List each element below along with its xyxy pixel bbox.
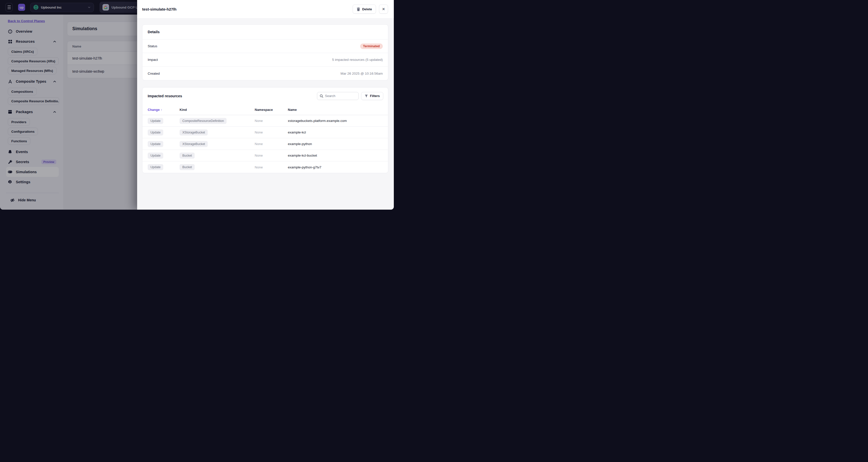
change-chip: Update [148,141,163,147]
search-input[interactable] [325,94,356,98]
column-header-name[interactable]: Name [288,108,383,112]
change-chip: Update [148,129,163,136]
panel-title: test-simulate-h27lh [142,7,352,11]
impacted-table-row[interactable]: Update XStorageBucket None example-kcl [143,127,388,138]
column-header-namespace[interactable]: Namespace [255,108,288,112]
app-window: up Upbound Inc Upbound GCP U Back to Con… [0,0,394,210]
trash-icon [356,7,360,11]
change-chip: Update [148,164,163,170]
impacted-table-header: Change ↑ Kind Namespace Name [143,104,388,115]
impacted-resources-card: Impacted resources Filters [142,87,388,173]
details-card: Details Status Terminated Impact 5 impac… [142,24,388,81]
search-input-wrap [317,92,359,100]
panel-body: Details Status Terminated Impact 5 impac… [137,18,394,210]
impacted-table-row[interactable]: Update Bucket None example-kcl-bucket [143,150,388,162]
detail-row-impact: Impact 5 impacted resources (5 updated) [143,53,388,67]
filters-button[interactable]: Filters [361,92,383,100]
detail-row-created: Created Mar 26 2025 @ 10:16:56am [143,67,388,80]
kind-chip: XStorageBucket [180,129,208,136]
change-chip: Update [148,118,163,124]
status-badge: Terminated [360,44,383,49]
kind-chip: CompositeResourceDefinition [180,118,226,124]
sort-ascending-icon: ↑ [161,108,162,112]
search-icon [320,94,323,98]
column-header-kind[interactable]: Kind [180,108,255,112]
close-icon[interactable]: ✕ [379,4,388,13]
impacted-table-row[interactable]: Update XStorageBucket None example-pytho… [143,138,388,150]
impacted-resources-heading: Impacted resources [148,94,317,98]
impacted-table-row[interactable]: Update CompositeResourceDefinition None … [143,115,388,127]
panel-header: test-simulate-h27lh Delete ✕ [137,0,394,18]
simulation-detail-panel: test-simulate-h27lh Delete ✕ Details Sta… [137,0,394,210]
impacted-table-row[interactable]: Update Bucket None example-python-g7tv7 [143,162,388,173]
change-chip: Update [148,152,163,158]
kind-chip: Bucket [180,152,195,158]
filter-funnel-icon [365,94,368,97]
details-heading: Details [148,30,160,34]
detail-row-status: Status Terminated [143,39,388,53]
column-header-change[interactable]: Change ↑ [148,108,180,112]
kind-chip: XStorageBucket [180,141,208,147]
delete-button[interactable]: Delete [352,4,376,13]
kind-chip: Bucket [180,164,195,170]
